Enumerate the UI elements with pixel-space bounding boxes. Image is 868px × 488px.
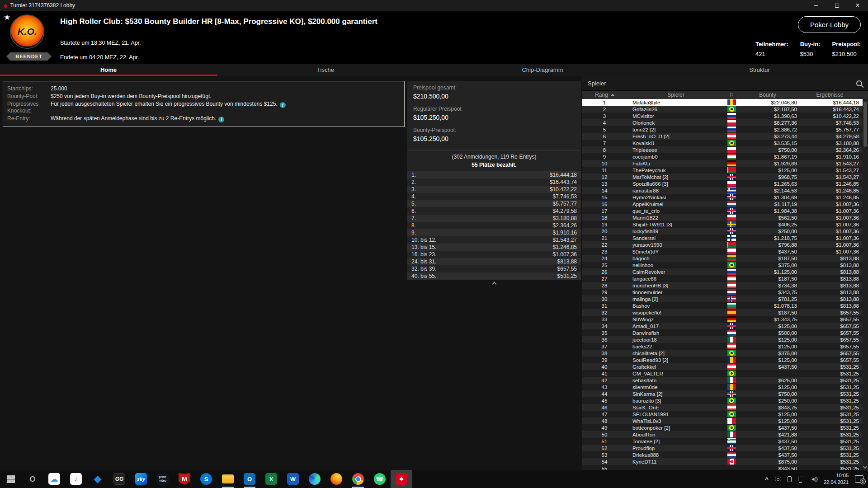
taskbar-start-icon[interactable] [0,470,22,488]
player-row[interactable]: 4Olorionek$8.277,36$7.746,53 [582,119,863,126]
minimize-button[interactable] [806,0,826,11]
taskbar-firefox-icon[interactable] [326,470,347,488]
player-row[interactable]: 6Fresh_oO_D [2]$3.273,44$4.279,58 [582,133,863,140]
player-row[interactable]: 39SoulRead93 [2]$125,00$657,55 [582,357,863,363]
column-ergebnisse[interactable]: Ergebnisse [797,92,863,98]
player-row[interactable]: 1Malaka$tyle$22.046,80$16.444,18 [582,99,863,106]
column-bounty[interactable]: Bounty [738,92,797,98]
close-button[interactable]: × [847,0,868,11]
player-row[interactable]: 32wisopekeño!$187,50$657,55 [582,309,863,316]
collapse-payouts-control[interactable] [407,280,581,286]
player-row[interactable]: 40Graftekkel$437,50$531,25 [582,363,863,370]
taskbar-icloud-icon[interactable]: ☁ [43,470,65,488]
taskbar-skype-icon[interactable]: S [195,470,217,488]
taskbar-prime-video-icon[interactable]: prime video [152,470,174,488]
taskbar-outlook-icon[interactable]: O [239,470,260,488]
player-row[interactable]: 28munchenHB [3]$734,38$813,88 [582,282,863,289]
player-row[interactable]: 53Driekus888$437,50$531,25 [582,451,863,458]
restore-button[interactable] [826,0,847,11]
player-row[interactable]: 24bagoch$187,50$813,88 [582,255,863,262]
taskbar-edge-icon[interactable] [304,470,326,488]
tab-struktur[interactable]: Struktur [651,64,868,76]
tab-home[interactable]: Home [0,64,217,76]
player-row[interactable]: 17que_te_crio$1.984,38$1.007,36 [582,207,863,214]
player-row[interactable]: 19ShipitFTW911 [3]$406,25$1.007,36 [582,221,863,228]
player-row[interactable]: 15Hymn2Ninkasi$1.304,69$1.246,85 [582,194,863,201]
player-row[interactable]: 11ThePateychuk$125,00$1.543,27 [582,167,863,174]
player-row[interactable]: 36jucetoor18$125,00$657,55 [582,336,863,343]
volume-tray-icon[interactable]: ◄)) [811,476,817,482]
taskbar-chrome-icon[interactable] [347,470,369,488]
player-row[interactable]: 37baeks22$125,00$657,55 [582,343,863,350]
taskbar-search-icon[interactable] [22,470,43,488]
player-row[interactable]: 42sebasñato$625,00$531,25 [582,377,863,384]
hidden-icons-chevron[interactable]: ^ [765,476,769,483]
player-row[interactable]: 31Bashov$1.078,13$813,88 [582,302,863,309]
taskbar-word-icon[interactable]: W [282,470,304,488]
clock[interactable]: 10:05 22.04.2021 [824,472,849,486]
player-row[interactable]: 48WhaTisL0v3$125,00$531,25 [582,418,863,424]
scroll-down-icon[interactable] [863,465,868,469]
info-icon[interactable]: i [218,117,224,122]
player-row[interactable]: 25nellinhoo$375,00$813,88 [582,262,863,268]
player-row[interactable]: 7Kovalski1$3.535,15$3.180,88 [582,140,863,146]
taskbar-file-explorer-icon[interactable] [217,470,239,488]
player-row[interactable]: 49botteonpoker [2]$437,50$531,25 [582,424,863,431]
player-row[interactable]: 3MCvisitor$1.390,63$10.422,22 [582,113,863,119]
player-row[interactable]: 45bauruzito [3]$250,00$531,25 [582,397,863,404]
player-row[interactable]: 34Amadi_017$125,00$657,55 [582,323,863,329]
taskbar-ggpoker-icon[interactable]: GG [108,470,130,488]
player-row[interactable]: 38chicalltreta [2]$375,00$657,55 [582,350,863,357]
player-row[interactable]: 43silentm0de$125,00$531,25 [582,384,863,390]
tab-tische[interactable]: Tische [217,64,434,76]
player-row[interactable]: 18Manni1822$562,50$1.007,36 [582,214,863,221]
player-row[interactable]: 54KyrieDT11$875,00$531,25 [582,458,863,465]
player-row[interactable]: 35Darwinsfish$500,00$657,55 [582,329,863,336]
player-row[interactable]: 29tinnoemulder$343,75$813,88 [582,289,863,296]
player-search-bar[interactable]: Spieler [582,76,868,91]
column-rang[interactable]: Rang [582,92,627,98]
player-row[interactable]: 9cocojamb0$1.867,19$1.910,16 [582,153,863,160]
taskbar-pokerstars-icon[interactable]: ♠ [391,470,412,488]
player-row[interactable]: 22yurasov1990$796,88$1.007,36 [582,241,863,248]
info-icon[interactable]: i [280,102,286,108]
player-row[interactable]: 50AboulRon$421,88$531,25 [582,431,863,438]
player-row[interactable]: 46SsicK_OnE$843,75$531,25 [582,404,863,411]
usb-tray-icon[interactable] [788,476,792,482]
player-row[interactable]: 23$()meb()dY$437,50$1.007,36 [582,248,863,255]
player-row[interactable]: 41GM_VALTER$531,25 [582,370,863,377]
player-row[interactable]: 27langace66$187,50$813,88 [582,275,863,282]
player-row[interactable]: 14ramastar88$2.144,53$1.246,85 [582,187,863,194]
player-row[interactable]: 12MarToMchat [2]$968,75$1.543,27 [582,174,863,180]
player-row[interactable]: 16AppelKruimel$1.117,19$1.007,36 [582,201,863,207]
player-row[interactable]: 20luckyfish89$250,00$1.007,36 [582,228,863,235]
player-row[interactable]: 51Tomatee [2]$437,50$531,25 [582,438,863,445]
player-row[interactable]: 55$343,50$531,25 [582,465,863,470]
camera-tray-icon[interactable] [775,477,781,481]
player-row[interactable]: 30malinga [2]$781,25$813,88 [582,296,863,302]
column-spieler[interactable]: Spieler [627,92,725,98]
player-row[interactable]: 2Gofaziin26$2.187,50$16.443,74 [582,106,863,113]
taskbar-mcafee-icon[interactable]: M [174,470,195,488]
column-flag-icon[interactable]: ⚐ [725,92,738,98]
player-row[interactable]: 33N0Wingz$1.343,75$657,55 [582,316,863,323]
player-row[interactable]: 10FabiKLi$1.929,69$1.543,27 [582,160,863,167]
player-row[interactable]: 5tonn22 [2]$2.386,72$5.757,77 [582,126,863,133]
notification-center-icon[interactable]: 1 [855,475,863,483]
tab-chip-diagramm[interactable]: Chip-Diagramm [434,64,651,76]
search-icon[interactable] [856,80,862,86]
player-row[interactable]: 47SELOUAN1991$125,00$531,25 [582,411,863,418]
taskbar-excel-icon[interactable]: X [260,470,282,488]
player-row[interactable]: 26CalmRevolver$1.125,00$813,88 [582,268,863,275]
poker-lobby-button[interactable]: Poker-Lobby [798,16,861,33]
player-row[interactable]: 21Sanderssi$1.218,75$1.007,36 [582,235,863,241]
players-scrollbar[interactable] [863,99,868,470]
scrollbar-thumb[interactable] [863,102,867,147]
taskbar-blue-diamond-icon[interactable]: ◆ [87,470,108,488]
taskbar-whatsapp-icon[interactable]: ☎ [369,470,391,488]
player-row[interactable]: 8Tr!pleeeee$750,00$2.364,26 [582,146,863,153]
player-row[interactable]: 13Spotzilla666 [3]$1.265,63$1.246,85 [582,180,863,187]
favorite-star-icon[interactable]: ★ [4,13,10,22]
taskbar-sky-icon[interactable]: sky [130,470,152,488]
taskbar-itunes-icon[interactable]: ♪ [65,470,87,488]
